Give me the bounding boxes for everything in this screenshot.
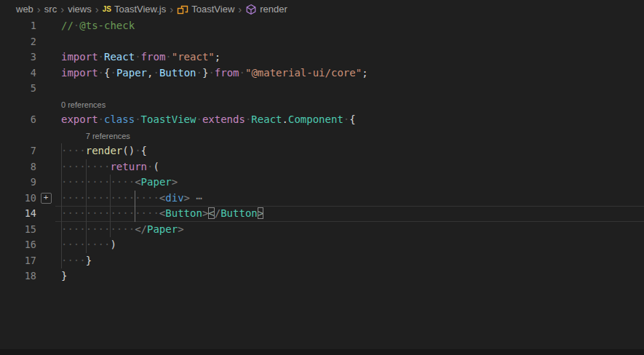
breadcrumb-label: ToastView bbox=[191, 4, 234, 15]
line-content[interactable]: ············</Paper> bbox=[55, 222, 644, 238]
fold-gutter bbox=[36, 112, 55, 128]
js-file-icon: JS bbox=[103, 5, 111, 13]
fold-gutter bbox=[36, 159, 55, 175]
code-line-1: 1//·@ts-check bbox=[0, 18, 644, 34]
code-line-6: 6export·class·ToastView·extends·React.Co… bbox=[0, 112, 644, 128]
breadcrumb-label: views bbox=[68, 4, 92, 15]
code-token: React bbox=[104, 51, 135, 63]
code-token: class bbox=[104, 113, 135, 125]
codelens-content: 7 references bbox=[55, 128, 644, 144]
whitespace-dots: ···· bbox=[61, 145, 86, 156]
line-number bbox=[0, 97, 36, 113]
indent-guide bbox=[110, 175, 111, 191]
indent-guide bbox=[86, 206, 87, 222]
breadcrumb-item-src[interactable]: src bbox=[44, 4, 57, 15]
symbol-class-icon bbox=[177, 4, 188, 15]
fold-gutter bbox=[36, 175, 55, 191]
indent-guide bbox=[110, 222, 111, 238]
line-content[interactable]: export·class·ToastView·extends·React.Com… bbox=[55, 112, 644, 128]
code-token: render bbox=[86, 145, 123, 156]
line-content[interactable]: import·{·Paper,·Button·}·from·"@material… bbox=[55, 65, 644, 81]
code-line-7: 7····render()·{ bbox=[0, 143, 644, 159]
whitespace-dots: ············ bbox=[61, 223, 135, 235]
bracket-match: < bbox=[208, 207, 214, 219]
codelens-references-link[interactable]: 7 references bbox=[86, 129, 130, 145]
breadcrumb-item-web[interactable]: web bbox=[16, 4, 33, 15]
code-token: > bbox=[184, 192, 190, 204]
breadcrumb-item-toastview[interactable]: ToastView bbox=[177, 4, 234, 15]
fold-gutter: + bbox=[36, 191, 55, 207]
breadcrumb-label: web bbox=[16, 4, 33, 15]
line-content[interactable]: ········) bbox=[55, 237, 644, 253]
breadcrumb-item-render[interactable]: render bbox=[245, 4, 287, 15]
codelens-row: 0 references bbox=[0, 97, 644, 113]
indent-guide bbox=[61, 143, 62, 159]
code-line-8: 8········return·( bbox=[0, 159, 644, 175]
indent-guide bbox=[86, 237, 87, 253]
line-content[interactable] bbox=[55, 81, 644, 97]
code-token: > bbox=[172, 176, 178, 188]
line-content[interactable]: //·@ts-check bbox=[55, 18, 644, 34]
code-token: return bbox=[110, 161, 147, 172]
line-content[interactable]: ····} bbox=[55, 253, 644, 269]
breadcrumb-separator-icon: › bbox=[37, 4, 41, 15]
editor-content: 1//·@ts-check23import·React·from·"react"… bbox=[0, 18, 644, 284]
codelens-content: 0 references bbox=[55, 97, 644, 113]
code-token: import bbox=[61, 67, 98, 79]
line-number: 1 bbox=[0, 18, 36, 34]
code-line-3: 3import·React·from·"react"; bbox=[0, 49, 644, 65]
breadcrumb: web›src›views›JSToastView.js›ToastView›r… bbox=[0, 0, 644, 18]
line-content[interactable]: ················<Button></Button> bbox=[55, 206, 644, 222]
line-content[interactable] bbox=[55, 34, 644, 50]
indent-guide bbox=[86, 175, 87, 191]
line-number: 9 bbox=[0, 175, 36, 191]
line-number bbox=[0, 128, 36, 144]
line-number: 10 bbox=[0, 191, 36, 207]
code-token: React bbox=[251, 113, 282, 125]
line-content[interactable]: ········return·( bbox=[55, 159, 644, 175]
whitespace-dots: · bbox=[196, 67, 202, 79]
breadcrumb-separator-icon: › bbox=[170, 4, 173, 15]
code-token: Paper bbox=[147, 223, 178, 235]
line-number: 17 bbox=[0, 253, 36, 269]
fold-gutter bbox=[36, 222, 55, 238]
breadcrumb-label: render bbox=[260, 4, 287, 15]
line-number: 18 bbox=[0, 268, 36, 284]
line-content[interactable]: ············<Paper> bbox=[55, 175, 644, 191]
code-token: "react" bbox=[172, 51, 215, 63]
line-content[interactable]: import·React·from·"react"; bbox=[55, 49, 644, 65]
line-content[interactable]: ················<div> ⋯ bbox=[55, 191, 644, 207]
code-token: Button bbox=[165, 207, 202, 219]
whitespace-dots: · bbox=[135, 113, 140, 125]
code-token: </ bbox=[135, 223, 147, 235]
code-line-4: 4import·{·Paper,·Button·}·from·"@materia… bbox=[0, 65, 644, 81]
code-token: ; bbox=[362, 67, 367, 79]
breadcrumb-item-toastview-js[interactable]: JSToastView.js bbox=[103, 4, 167, 15]
line-content[interactable]: ····render()·{ bbox=[55, 143, 644, 159]
breadcrumb-separator-icon: › bbox=[238, 4, 242, 15]
code-token: Button bbox=[159, 67, 196, 79]
breadcrumb-item-views[interactable]: views bbox=[68, 4, 92, 15]
code-token: () bbox=[122, 145, 135, 156]
code-token: extends bbox=[202, 113, 245, 125]
whitespace-dots: · bbox=[343, 113, 349, 125]
window-bottom-edge bbox=[0, 349, 644, 355]
line-content[interactable]: } bbox=[55, 268, 644, 284]
code-token: ToastView bbox=[141, 113, 196, 125]
whitespace-dots: · bbox=[98, 51, 104, 63]
code-token: Component bbox=[288, 113, 343, 125]
active-indent-guide bbox=[135, 206, 135, 222]
codelens-references-link[interactable]: 0 references bbox=[61, 97, 106, 113]
code-token: ; bbox=[215, 51, 220, 63]
code-token: "@material-ui/core" bbox=[245, 67, 362, 79]
code-token: { bbox=[141, 145, 147, 156]
fold-gutter bbox=[36, 128, 55, 144]
indent-guide bbox=[61, 191, 62, 207]
line-number: 16 bbox=[0, 237, 36, 253]
fold-gutter bbox=[36, 253, 55, 269]
code-token: from bbox=[215, 67, 239, 79]
code-token: // bbox=[61, 20, 73, 31]
fold-expand-icon[interactable]: + bbox=[41, 193, 52, 204]
whitespace-dots: · bbox=[196, 113, 202, 125]
indent-guide bbox=[61, 253, 62, 269]
